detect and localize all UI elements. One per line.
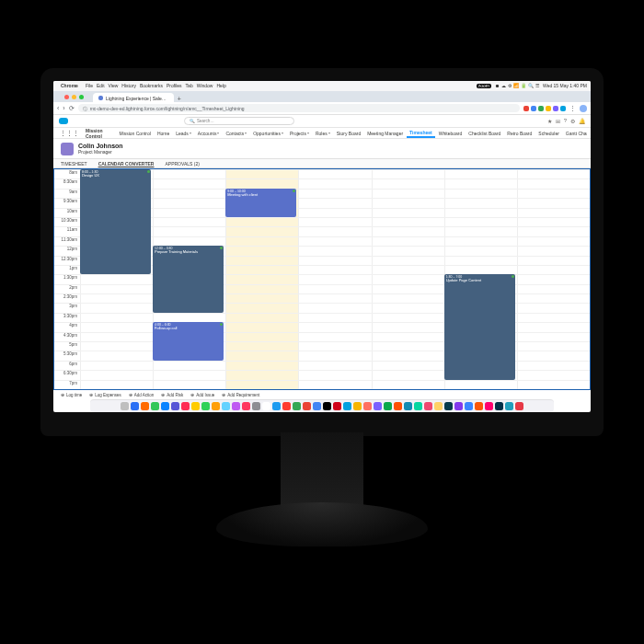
extension-icon[interactable] [538, 106, 544, 111]
calendar-event[interactable]: 9:00 – 10:30Meeting with client [225, 189, 296, 217]
dock-app-icon[interactable] [333, 402, 341, 410]
dock-app-icon[interactable] [272, 402, 281, 410]
nav-reload-icon[interactable]: ⟳ [69, 105, 75, 112]
dock-app-icon[interactable] [313, 402, 321, 410]
nav-back-icon[interactable]: ‹ [57, 105, 59, 111]
tray-icon[interactable]: 📶 [513, 84, 519, 88]
dock-app-icon[interactable] [181, 402, 190, 410]
nav-tab[interactable]: Whiteboard [435, 128, 466, 138]
calendar-event[interactable]: 8:00 – 1:30Design UX [80, 169, 151, 274]
dock-app-icon[interactable] [212, 402, 220, 410]
zoom-indicator[interactable]: zoom [477, 84, 491, 88]
nav-tab[interactable]: Scheduler [535, 128, 563, 138]
dock-app-icon[interactable] [141, 402, 149, 410]
extension-icon[interactable] [531, 106, 536, 111]
dock-app-icon[interactable] [131, 402, 139, 410]
dock-app-icon[interactable] [151, 402, 159, 410]
dock-app-icon[interactable] [394, 402, 402, 410]
calendar-day-column[interactable] [517, 169, 590, 389]
window-zoom-icon[interactable] [79, 95, 84, 99]
dock-app-icon[interactable] [293, 402, 301, 410]
calendar[interactable]: 8am8:30am9am9:30am10am10:30am11am11:30am… [53, 168, 591, 390]
extension-icon[interactable] [546, 106, 551, 111]
menubar-item[interactable]: File [86, 83, 93, 88]
dock-app-icon[interactable] [404, 402, 412, 410]
dock-app-icon[interactable] [323, 402, 331, 410]
menubar-item[interactable]: View [109, 83, 119, 88]
nav-tab[interactable]: Contacts▾ [223, 128, 250, 138]
nav-tab[interactable]: Checklist Board [466, 128, 504, 138]
extension-icon[interactable] [523, 106, 529, 111]
menubar-clock[interactable]: Wed 15 May 1:40 PM [543, 84, 587, 88]
calendar-event[interactable]: 1:30 – 7:00Update Page Content [444, 274, 515, 379]
calendar-event[interactable]: 12:00 – 3:30Prepare Training Materials [153, 246, 224, 313]
address-bar[interactable]: ⓘ mc-demo-dev-ed.lightning.force.com/lig… [78, 104, 520, 112]
dock-app-icon[interactable] [475, 402, 483, 410]
browser-tab[interactable]: Lightning Experience | Sale… [93, 93, 174, 102]
dock-app-icon[interactable] [121, 402, 129, 410]
tray-icon[interactable]: 🔋 [521, 84, 526, 88]
dock-app-icon[interactable] [414, 402, 422, 410]
dock-app-icon[interactable] [232, 402, 240, 410]
extension-icon[interactable] [553, 106, 558, 111]
dock-app-icon[interactable] [505, 402, 513, 410]
menubar-app-name[interactable]: Chrome [61, 84, 78, 88]
header-utility-icon[interactable]: ? [564, 118, 567, 124]
dock-app-icon[interactable] [161, 402, 169, 410]
dock-app-icon[interactable] [485, 402, 493, 410]
dock-app-icon[interactable] [303, 402, 311, 410]
extension-icon[interactable] [560, 106, 566, 111]
calendar-day-column[interactable] [298, 169, 371, 389]
header-utility-icon[interactable]: ⚙ [570, 118, 575, 124]
subtab[interactable]: TIMESHEET [61, 161, 87, 167]
chrome-menu-icon[interactable]: ⋮ [569, 105, 576, 112]
menubar-item[interactable]: Tab [186, 83, 193, 88]
global-search-input[interactable]: 🔍 Search… [184, 117, 294, 125]
nav-tab[interactable]: Leads▾ [173, 128, 195, 138]
nav-tab[interactable]: Home [154, 128, 172, 138]
dock-app-icon[interactable] [374, 402, 382, 410]
dock-app-icon[interactable] [222, 402, 230, 410]
menubar-item[interactable]: Window [197, 83, 213, 88]
nav-tab[interactable]: Timesheet [407, 128, 436, 138]
dock-app-icon[interactable] [171, 402, 179, 410]
page-action[interactable]: ⊕Add Issue [190, 392, 214, 397]
menubar-item[interactable]: Help [216, 83, 225, 88]
dock-app-icon[interactable] [252, 402, 260, 410]
dock-app-icon[interactable] [465, 402, 473, 410]
new-tab-button[interactable]: + [175, 96, 184, 102]
app-launcher-icon[interactable]: ⋮⋮⋮ [57, 128, 82, 138]
dock-app-icon[interactable] [262, 402, 270, 410]
nav-tab[interactable]: Gantt Chart [562, 128, 587, 138]
header-utility-icon[interactable]: 🔔 [579, 118, 585, 124]
page-action[interactable]: ⊕Add Risk [161, 392, 183, 397]
nav-tab[interactable]: Story Board [333, 128, 363, 138]
menubar-item[interactable]: Profiles [167, 83, 182, 88]
subtab[interactable]: CALENDAR CONVERTER [98, 161, 155, 167]
salesforce-logo-icon[interactable] [59, 118, 68, 124]
tray-icon[interactable]: ☁︎ [501, 84, 506, 88]
dock-app-icon[interactable] [201, 402, 210, 410]
nav-tab[interactable]: Meeting Manager [364, 128, 407, 138]
dock-app-icon[interactable] [282, 402, 291, 410]
dock-app-icon[interactable] [434, 402, 443, 410]
nav-tab[interactable]: Mission Control [116, 128, 154, 138]
nav-tab[interactable]: Projects▾ [286, 128, 312, 138]
dock-app-icon[interactable] [343, 402, 351, 410]
tray-icon[interactable]: ☰ [535, 84, 539, 88]
site-info-icon[interactable]: ⓘ [83, 106, 87, 111]
menubar-item[interactable]: Edit [97, 83, 105, 88]
dock-app-icon[interactable] [353, 402, 362, 410]
nav-tab[interactable]: Retro Board [504, 128, 535, 138]
window-minimize-icon[interactable] [72, 95, 76, 99]
dock-app-icon[interactable] [424, 402, 432, 410]
subtab[interactable]: APPROVALS (2) [165, 161, 199, 167]
page-action[interactable]: ⊕Log Expenses [89, 392, 121, 397]
dock-app-icon[interactable] [495, 402, 503, 410]
window-close-icon[interactable] [64, 95, 69, 99]
nav-tab[interactable]: Opportunities▾ [250, 128, 287, 138]
nav-tab[interactable]: Roles▾ [312, 128, 333, 138]
menubar-item[interactable]: History [121, 83, 136, 88]
nav-tab[interactable]: Accounts▾ [194, 128, 223, 138]
dock-app-icon[interactable] [384, 402, 392, 410]
